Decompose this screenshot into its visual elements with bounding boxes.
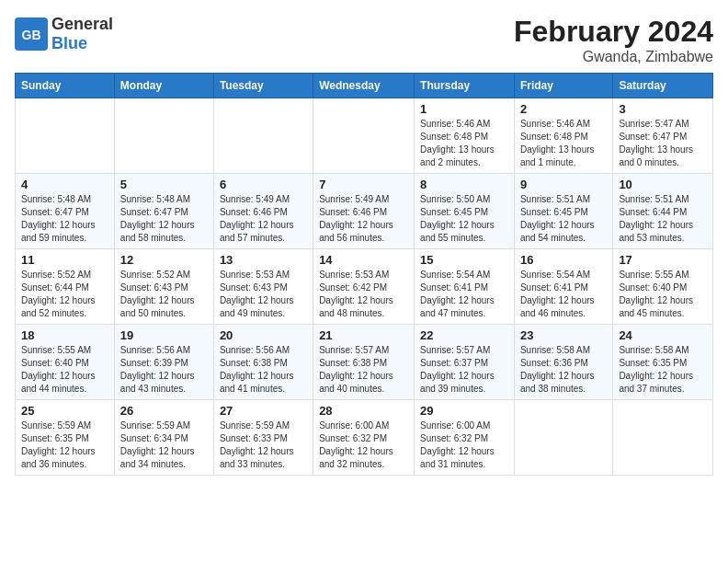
day-number: 10 <box>619 178 707 191</box>
week-row-3: 11Sunrise: 5:52 AM Sunset: 6:44 PM Dayli… <box>16 249 713 325</box>
col-header-saturday: Saturday <box>613 74 713 98</box>
day-number: 4 <box>21 178 108 191</box>
day-number: 14 <box>319 253 408 267</box>
day-detail: Sunrise: 5:59 AM Sunset: 6:33 PM Dayligh… <box>220 419 307 471</box>
calendar-cell: 8Sunrise: 5:50 AM Sunset: 6:45 PM Daylig… <box>415 174 515 249</box>
calendar-cell <box>114 98 213 174</box>
calendar-cell: 9Sunrise: 5:51 AM Sunset: 6:45 PM Daylig… <box>514 174 612 249</box>
logo-general-text: General <box>51 15 113 33</box>
col-header-sunday: Sunday <box>16 74 115 98</box>
col-header-friday: Friday <box>514 74 612 98</box>
day-detail: Sunrise: 5:56 AM Sunset: 6:39 PM Dayligh… <box>120 344 208 396</box>
calendar-cell: 7Sunrise: 5:49 AM Sunset: 6:46 PM Daylig… <box>313 174 415 249</box>
day-detail: Sunrise: 5:47 AM Sunset: 6:47 PM Dayligh… <box>619 118 707 169</box>
day-detail: Sunrise: 5:57 AM Sunset: 6:37 PM Dayligh… <box>420 344 508 396</box>
calendar-cell: 26Sunrise: 5:59 AM Sunset: 6:34 PM Dayli… <box>114 400 213 476</box>
calendar-cell: 1Sunrise: 5:46 AM Sunset: 6:48 PM Daylig… <box>415 98 515 174</box>
day-number: 24 <box>619 328 707 342</box>
calendar-cell: 16Sunrise: 5:54 AM Sunset: 6:41 PM Dayli… <box>514 249 612 325</box>
col-header-monday: Monday <box>114 74 213 98</box>
day-detail: Sunrise: 5:52 AM Sunset: 6:44 PM Dayligh… <box>21 269 108 320</box>
day-number: 6 <box>220 178 307 191</box>
day-number: 25 <box>21 404 108 418</box>
day-number: 21 <box>319 328 408 342</box>
day-number: 16 <box>520 253 607 267</box>
day-number: 11 <box>21 253 108 267</box>
col-header-tuesday: Tuesday <box>213 74 313 98</box>
calendar-cell: 24Sunrise: 5:58 AM Sunset: 6:35 PM Dayli… <box>613 325 713 400</box>
calendar-cell: 21Sunrise: 5:57 AM Sunset: 6:38 PM Dayli… <box>313 325 415 400</box>
day-detail: Sunrise: 5:59 AM Sunset: 6:35 PM Dayligh… <box>21 419 108 471</box>
day-detail: Sunrise: 5:49 AM Sunset: 6:46 PM Dayligh… <box>220 193 307 245</box>
day-number: 26 <box>120 404 208 418</box>
col-header-wednesday: Wednesday <box>313 74 415 98</box>
day-detail: Sunrise: 5:58 AM Sunset: 6:36 PM Dayligh… <box>520 344 607 396</box>
day-number: 3 <box>619 102 707 116</box>
day-number: 27 <box>220 404 307 418</box>
day-detail: Sunrise: 5:59 AM Sunset: 6:34 PM Dayligh… <box>120 419 208 471</box>
calendar-cell: 5Sunrise: 5:48 AM Sunset: 6:47 PM Daylig… <box>114 174 213 249</box>
svg-text:GB: GB <box>22 28 41 42</box>
day-detail: Sunrise: 5:54 AM Sunset: 6:41 PM Dayligh… <box>520 269 607 320</box>
calendar-cell: 12Sunrise: 5:52 AM Sunset: 6:43 PM Dayli… <box>114 249 213 325</box>
month-year: February 2024 <box>514 15 713 49</box>
day-number: 12 <box>120 253 208 267</box>
day-number: 28 <box>319 404 408 418</box>
calendar-cell <box>213 98 313 174</box>
day-detail: Sunrise: 5:48 AM Sunset: 6:47 PM Dayligh… <box>120 193 208 245</box>
calendar-cell <box>313 98 415 174</box>
logo: GB General Blue <box>15 15 113 53</box>
day-number: 8 <box>420 178 508 191</box>
day-number: 17 <box>619 253 707 267</box>
calendar-cell: 27Sunrise: 5:59 AM Sunset: 6:33 PM Dayli… <box>213 400 313 476</box>
day-number: 18 <box>21 328 108 342</box>
calendar-cell: 10Sunrise: 5:51 AM Sunset: 6:44 PM Dayli… <box>613 174 713 249</box>
day-number: 2 <box>520 102 607 116</box>
calendar-cell: 3Sunrise: 5:47 AM Sunset: 6:47 PM Daylig… <box>613 98 713 174</box>
day-detail: Sunrise: 5:54 AM Sunset: 6:41 PM Dayligh… <box>420 269 508 320</box>
day-detail: Sunrise: 5:52 AM Sunset: 6:43 PM Dayligh… <box>120 269 208 320</box>
day-number: 9 <box>520 178 607 191</box>
day-number: 15 <box>420 253 508 267</box>
calendar-cell: 29Sunrise: 6:00 AM Sunset: 6:32 PM Dayli… <box>415 400 515 476</box>
day-detail: Sunrise: 5:50 AM Sunset: 6:45 PM Dayligh… <box>420 193 508 245</box>
calendar-cell: 11Sunrise: 5:52 AM Sunset: 6:44 PM Dayli… <box>16 249 115 325</box>
calendar-cell: 25Sunrise: 5:59 AM Sunset: 6:35 PM Dayli… <box>16 400 115 476</box>
title-block: February 2024 Gwanda, Zimbabwe <box>514 15 713 65</box>
day-detail: Sunrise: 5:56 AM Sunset: 6:38 PM Dayligh… <box>220 344 307 396</box>
day-number: 22 <box>420 328 508 342</box>
calendar-cell: 23Sunrise: 5:58 AM Sunset: 6:36 PM Dayli… <box>514 325 612 400</box>
calendar-cell: 20Sunrise: 5:56 AM Sunset: 6:38 PM Dayli… <box>213 325 313 400</box>
calendar-cell: 13Sunrise: 5:53 AM Sunset: 6:43 PM Dayli… <box>213 249 313 325</box>
calendar-cell: 6Sunrise: 5:49 AM Sunset: 6:46 PM Daylig… <box>213 174 313 249</box>
calendar-cell: 15Sunrise: 5:54 AM Sunset: 6:41 PM Dayli… <box>415 249 515 325</box>
day-detail: Sunrise: 6:00 AM Sunset: 6:32 PM Dayligh… <box>319 419 408 471</box>
week-row-2: 4Sunrise: 5:48 AM Sunset: 6:47 PM Daylig… <box>16 174 713 249</box>
week-row-4: 18Sunrise: 5:55 AM Sunset: 6:40 PM Dayli… <box>16 325 713 400</box>
calendar-cell: 28Sunrise: 6:00 AM Sunset: 6:32 PM Dayli… <box>313 400 415 476</box>
day-detail: Sunrise: 5:51 AM Sunset: 6:44 PM Dayligh… <box>619 193 707 245</box>
day-detail: Sunrise: 5:46 AM Sunset: 6:48 PM Dayligh… <box>420 118 508 169</box>
week-row-1: 1Sunrise: 5:46 AM Sunset: 6:48 PM Daylig… <box>16 98 713 174</box>
day-detail: Sunrise: 5:55 AM Sunset: 6:40 PM Dayligh… <box>21 344 108 396</box>
calendar-table: SundayMondayTuesdayWednesdayThursdayFrid… <box>15 73 713 476</box>
day-detail: Sunrise: 5:55 AM Sunset: 6:40 PM Dayligh… <box>619 269 707 320</box>
location: Gwanda, Zimbabwe <box>514 49 713 65</box>
day-number: 23 <box>520 328 607 342</box>
day-detail: Sunrise: 5:57 AM Sunset: 6:38 PM Dayligh… <box>319 344 408 396</box>
logo-icon: GB <box>15 17 48 51</box>
calendar-cell: 22Sunrise: 5:57 AM Sunset: 6:37 PM Dayli… <box>415 325 515 400</box>
page-header: GB General Blue February 2024 Gwanda, Zi… <box>15 15 713 65</box>
day-detail: Sunrise: 5:53 AM Sunset: 6:43 PM Dayligh… <box>220 269 307 320</box>
col-header-thursday: Thursday <box>415 74 515 98</box>
day-detail: Sunrise: 5:48 AM Sunset: 6:47 PM Dayligh… <box>21 193 108 245</box>
calendar-header-row: SundayMondayTuesdayWednesdayThursdayFrid… <box>16 74 713 98</box>
day-number: 7 <box>319 178 408 191</box>
day-number: 29 <box>420 404 508 418</box>
day-detail: Sunrise: 5:46 AM Sunset: 6:48 PM Dayligh… <box>520 118 607 169</box>
calendar-cell <box>514 400 612 476</box>
calendar-cell <box>613 400 713 476</box>
day-number: 20 <box>220 328 307 342</box>
day-number: 5 <box>120 178 208 191</box>
day-detail: Sunrise: 5:58 AM Sunset: 6:35 PM Dayligh… <box>619 344 707 396</box>
